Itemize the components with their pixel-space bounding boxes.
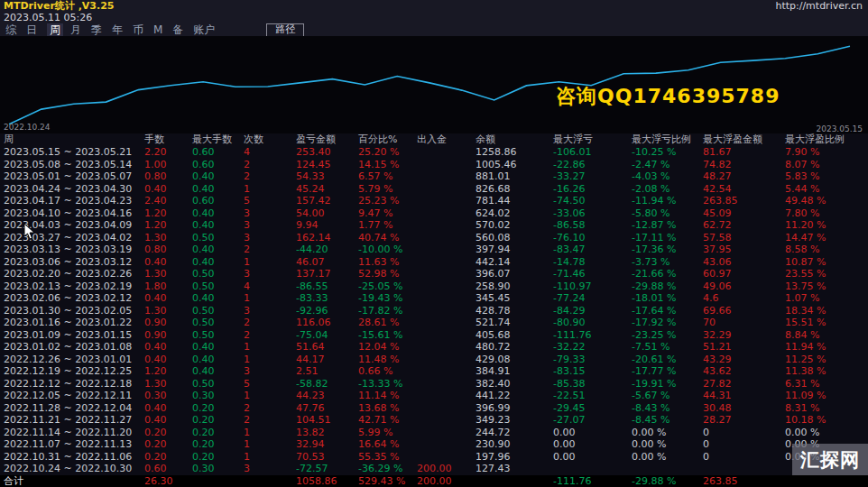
table-row[interactable]: 2023.04.17 ~ 2023.04.232.400.605157.4225… <box>0 195 868 207</box>
max-float-loss-pct: -3.73 % <box>632 256 703 269</box>
max-lots: 0.40 <box>192 341 244 354</box>
table-row[interactable]: 2023.03.06 ~ 2023.03.120.400.40146.0711.… <box>0 256 868 269</box>
max-float-loss: 0.00 <box>553 451 632 464</box>
max-float-loss: -16.26 <box>553 183 632 196</box>
lots: 0.80 <box>144 244 192 256</box>
col-header-pct: 百分比% <box>358 133 417 146</box>
site-url-link[interactable]: http://mtdriver.cn <box>775 0 863 12</box>
pct: 14.15 % <box>358 159 417 171</box>
max-lots: 0.50 <box>192 305 244 317</box>
max-float-loss-pct: 0.00 % <box>632 451 703 464</box>
chart-end-date-label: 2023.05.15 <box>816 124 863 133</box>
pnl: -83.33 <box>296 292 358 305</box>
pct: 52.98 % <box>358 268 417 280</box>
table-row[interactable]: 2022.11.14 ~ 2022.11.200.200.20113.825.9… <box>0 427 868 439</box>
pct: 42.71 % <box>358 414 417 427</box>
count: 3 <box>244 207 296 220</box>
max-lots: 0.50 <box>192 268 244 280</box>
menu-item[interactable]: 日 <box>26 23 37 36</box>
path-button[interactable]: 路径 <box>266 23 304 37</box>
table-row[interactable]: 2023.01.16 ~ 2023.01.220.900.502116.0628… <box>0 317 868 329</box>
week: 2023.04.03 ~ 2023.04.09 <box>0 219 144 232</box>
max-float-profit-pct: 5.44 % <box>785 183 868 196</box>
table-row[interactable]: 2022.11.28 ~ 2022.12.040.400.20247.7613.… <box>0 402 868 415</box>
deposit-withdraw <box>417 183 476 196</box>
pct: 11.14 % <box>358 390 417 402</box>
max-float-profit-pct: 10.87 % <box>785 256 868 269</box>
table-row[interactable]: 2023.02.20 ~ 2023.02.261.300.503137.1752… <box>0 268 868 280</box>
max-float-loss-pct: -23.25 % <box>632 329 703 342</box>
table-row[interactable]: 2023.03.27 ~ 2023.04.021.300.503162.1440… <box>0 232 868 244</box>
table-row[interactable]: 2022.11.21 ~ 2022.11.270.400.202104.5142… <box>0 414 868 427</box>
table-row[interactable]: 2023.04.24 ~ 2023.04.300.400.40145.245.7… <box>0 183 868 196</box>
menu-item[interactable]: 月 <box>70 23 81 36</box>
table-row[interactable]: 2023.04.10 ~ 2023.04.161.200.40354.009.4… <box>0 207 868 220</box>
menu-item[interactable]: 季 <box>91 23 102 36</box>
lots: 1.30 <box>144 305 192 317</box>
balance: 349.23 <box>476 414 553 427</box>
equity-chart[interactable]: 2022.10.24 2023.05.15 咨询QQ1746395789 <box>0 36 868 133</box>
table-row[interactable]: 2023.01.02 ~ 2023.01.080.400.40151.6412.… <box>0 341 868 354</box>
table-row[interactable]: 2023.05.08 ~ 2023.05.141.000.602124.4514… <box>0 159 868 171</box>
max-float-profit: 27.82 <box>703 378 785 391</box>
table-row[interactable]: 2023.02.13 ~ 2023.02.191.800.504-86.55-2… <box>0 280 868 293</box>
max-float-loss: -14.78 <box>553 256 632 269</box>
menu-item[interactable]: 周 <box>47 23 63 36</box>
pnl: 54.33 <box>296 170 358 183</box>
max-float-loss: -77.24 <box>553 292 632 305</box>
table-row[interactable]: 2023.05.15 ~ 2023.05.212.200.604253.4025… <box>0 146 868 159</box>
menu-item[interactable]: 币 <box>133 23 143 36</box>
table-row[interactable]: 2023.01.30 ~ 2023.02.051.300.503-92.96-1… <box>0 305 868 317</box>
pnl: 116.06 <box>296 317 358 329</box>
table-row[interactable]: 2023.03.13 ~ 2023.03.190.800.402-44.20-1… <box>0 244 868 256</box>
lots: 1.20 <box>144 365 192 378</box>
deposit-withdraw: 200.00 <box>417 463 476 475</box>
menu-item[interactable]: 账户 <box>193 23 215 36</box>
count: 3 <box>244 365 296 378</box>
max-lots: 0.40 <box>192 219 244 232</box>
table-row[interactable]: 2022.12.19 ~ 2022.12.251.200.4032.510.66… <box>0 365 868 378</box>
max-float-profit: 49.06 <box>703 280 785 293</box>
week: 2023.01.09 ~ 2023.01.15 <box>0 329 144 342</box>
lots: 0.30 <box>144 390 192 402</box>
week: 2023.03.06 ~ 2023.03.12 <box>0 256 144 269</box>
menu-item[interactable]: 备 <box>172 23 183 36</box>
max-lots: 0.30 <box>192 463 244 475</box>
max-lots: 0.40 <box>192 365 244 378</box>
deposit-withdraw <box>417 354 476 366</box>
table-row[interactable]: 2022.11.07 ~ 2022.11.130.200.20132.9416.… <box>0 438 868 451</box>
pnl: 46.07 <box>296 256 358 269</box>
table-row[interactable]: 2023.05.01 ~ 2023.05.070.800.40254.336.5… <box>0 170 868 183</box>
menu-item[interactable]: 年 <box>112 23 123 36</box>
deposit-withdraw <box>417 438 476 451</box>
lots: 0.40 <box>144 354 192 366</box>
max-lots: 0.60 <box>192 195 244 207</box>
max-float-profit: 51.21 <box>703 341 785 354</box>
lots: 0.20 <box>144 427 192 439</box>
table-row[interactable]: 2022.10.31 ~ 2022.11.060.200.20170.5355.… <box>0 451 868 464</box>
max-float-loss: 0.00 <box>553 438 632 451</box>
max-lots: 0.40 <box>192 292 244 305</box>
col-header-pnl: 盈亏金额 <box>296 133 358 146</box>
max-float-profit-pct: 0.00 % <box>785 427 868 439</box>
pct: -36.29 % <box>358 463 417 475</box>
menu-item[interactable]: 综 <box>5 23 16 36</box>
table-row[interactable]: 2022.12.12 ~ 2022.12.181.300.505-58.82-1… <box>0 378 868 391</box>
balance: 244.72 <box>476 427 553 439</box>
pct: 11.48 % <box>358 354 417 366</box>
lots: 1.20 <box>144 219 192 232</box>
pnl: 54.00 <box>296 207 358 220</box>
pnl: 32.94 <box>296 438 358 451</box>
mouse-cursor-icon <box>23 223 37 241</box>
week: 2022.11.07 ~ 2022.11.13 <box>0 438 144 451</box>
max-lots: 0.20 <box>192 438 244 451</box>
menu-item[interactable]: M <box>153 23 162 36</box>
table-row[interactable]: 2022.10.24 ~ 2022.10.300.600.303-72.57-3… <box>0 463 868 475</box>
table-row[interactable]: 2023.01.09 ~ 2023.01.150.900.502-75.04-1… <box>0 329 868 342</box>
table-row[interactable]: 2023.04.03 ~ 2023.04.091.200.4039.941.77… <box>0 219 868 232</box>
table-row[interactable]: 2022.12.26 ~ 2023.01.010.400.40144.1711.… <box>0 354 868 366</box>
menu-bar: 综日周月季年币M备账户 路径 <box>0 23 868 36</box>
total-lots: 26.30 <box>144 475 192 487</box>
table-row[interactable]: 2022.12.05 ~ 2022.12.110.300.30144.2311.… <box>0 390 868 402</box>
table-row[interactable]: 2023.02.06 ~ 2023.02.120.400.401-83.33-1… <box>0 292 868 305</box>
